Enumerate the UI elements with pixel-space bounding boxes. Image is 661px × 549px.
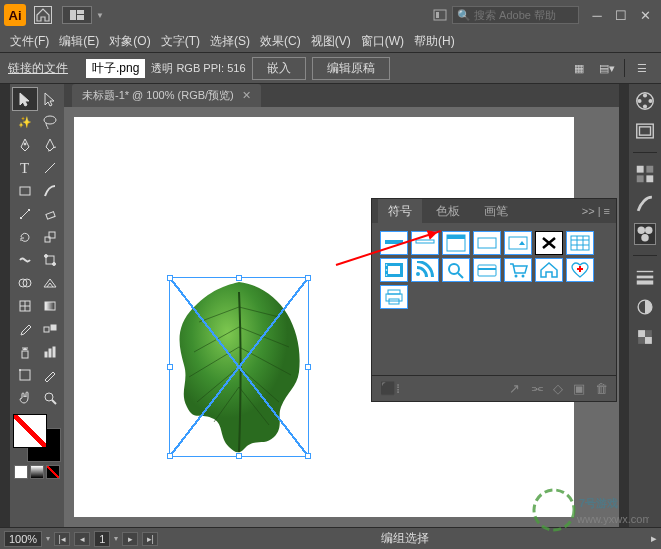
- prev-page-button[interactable]: ◂: [74, 532, 90, 546]
- zoom-tool[interactable]: [38, 387, 62, 409]
- symbol-card[interactable]: [473, 258, 501, 282]
- symbol-heart-plus[interactable]: [566, 258, 594, 282]
- break-link-icon[interactable]: ⫘: [530, 381, 543, 396]
- align-icon[interactable]: ▤▾: [596, 57, 618, 79]
- symbol-bar-4[interactable]: [473, 231, 501, 255]
- lasso-tool[interactable]: [38, 111, 62, 133]
- zoom-level[interactable]: 100%: [4, 531, 42, 547]
- color-guide-icon[interactable]: [634, 120, 656, 142]
- selection-tool[interactable]: [13, 88, 37, 110]
- perspective-tool[interactable]: [38, 272, 62, 294]
- blend-tool[interactable]: [38, 318, 62, 340]
- menu-edit[interactable]: 编辑(E): [59, 33, 99, 50]
- rotate-tool[interactable]: [13, 226, 37, 248]
- symbol-film[interactable]: [380, 258, 408, 282]
- symbol-bar-3[interactable]: [442, 231, 470, 255]
- symbol-options-icon[interactable]: ◇: [553, 381, 563, 396]
- embed-button[interactable]: 嵌入: [252, 57, 306, 80]
- menu-window[interactable]: 窗口(W): [361, 33, 404, 50]
- panel-tab-swatches[interactable]: 色板: [426, 199, 470, 224]
- status-menu-icon[interactable]: ▸: [651, 532, 657, 545]
- new-symbol-icon[interactable]: ▣: [573, 381, 585, 396]
- symbol-dropdown[interactable]: [504, 231, 532, 255]
- symbol-calendar[interactable]: [566, 231, 594, 255]
- page-number[interactable]: 1: [94, 531, 110, 547]
- width-tool[interactable]: [13, 249, 37, 271]
- maximize-button[interactable]: ☐: [609, 3, 633, 27]
- sync-icon[interactable]: [432, 7, 448, 23]
- mesh-tool[interactable]: [13, 295, 37, 317]
- menu-object[interactable]: 对象(O): [109, 33, 150, 50]
- first-page-button[interactable]: |◂: [54, 532, 70, 546]
- scale-tool[interactable]: [38, 226, 62, 248]
- grid-icon[interactable]: ▦: [568, 57, 590, 79]
- close-button[interactable]: ✕: [633, 3, 657, 27]
- search-box[interactable]: 🔍: [452, 6, 579, 24]
- graph-tool[interactable]: [38, 341, 62, 363]
- symbol-search[interactable]: [442, 258, 470, 282]
- rectangle-tool[interactable]: [13, 180, 37, 202]
- free-transform-tool[interactable]: [38, 249, 62, 271]
- shape-builder-tool[interactable]: [13, 272, 37, 294]
- page-chevron-icon[interactable]: ▾: [114, 534, 118, 543]
- symbol-rss[interactable]: [411, 258, 439, 282]
- search-input[interactable]: [474, 9, 574, 21]
- list-icon[interactable]: ☰: [631, 57, 653, 79]
- delete-symbol-icon[interactable]: 🗑: [595, 381, 608, 396]
- stroke-panel-icon[interactable]: [634, 266, 656, 288]
- svg-rect-41: [637, 175, 644, 182]
- artboard-tool[interactable]: [13, 364, 37, 386]
- menu-type[interactable]: 文字(T): [161, 33, 200, 50]
- document-tab[interactable]: 未标题-1* @ 100% (RGB/预览) ✕: [72, 84, 261, 107]
- minimize-button[interactable]: ─: [585, 3, 609, 27]
- swatches-panel-icon[interactable]: [634, 163, 656, 185]
- symbols-panel[interactable]: 符号 色板 画笔 >> | ≡ ⬛⁞ ↗ ⫘ ◇ ▣ 🗑: [371, 198, 617, 402]
- symbols-panel-icon[interactable]: [634, 223, 656, 245]
- eraser-tool[interactable]: [38, 203, 62, 225]
- workspace-switcher[interactable]: [62, 6, 92, 24]
- panel-menu-icon[interactable]: >> | ≡: [582, 205, 610, 217]
- symbol-close[interactable]: [535, 231, 563, 255]
- symbol-cart[interactable]: [504, 258, 532, 282]
- color-mode-switches[interactable]: [14, 465, 60, 479]
- pen-tool[interactable]: [13, 134, 37, 156]
- eyedropper-tool[interactable]: [13, 318, 37, 340]
- menu-view[interactable]: 视图(V): [311, 33, 351, 50]
- color-panel-icon[interactable]: [634, 90, 656, 112]
- libraries-icon[interactable]: ⬛⁞: [380, 381, 400, 396]
- symbol-sprayer-tool[interactable]: [13, 341, 37, 363]
- panel-tab-symbols[interactable]: 符号: [378, 199, 422, 224]
- chevron-down-icon[interactable]: ▼: [96, 11, 104, 20]
- next-page-button[interactable]: ▸: [122, 532, 138, 546]
- slice-tool[interactable]: [38, 364, 62, 386]
- symbol-print[interactable]: [380, 285, 408, 309]
- last-page-button[interactable]: ▸|: [142, 532, 158, 546]
- menu-effect[interactable]: 效果(C): [260, 33, 301, 50]
- menu-select[interactable]: 选择(S): [210, 33, 250, 50]
- magic-wand-tool[interactable]: ✨: [13, 111, 37, 133]
- hand-tool[interactable]: [13, 387, 37, 409]
- edit-original-button[interactable]: 编辑原稿: [312, 57, 390, 80]
- fill-stroke-swatch[interactable]: [13, 414, 61, 462]
- curvature-tool[interactable]: [38, 134, 62, 156]
- gradient-tool[interactable]: [38, 295, 62, 317]
- selection-bbox[interactable]: [169, 277, 309, 457]
- shaper-tool[interactable]: [13, 203, 37, 225]
- brush-tool[interactable]: [38, 180, 62, 202]
- transparency-panel-icon[interactable]: [634, 326, 656, 348]
- gradient-panel-icon[interactable]: [634, 296, 656, 318]
- home-icon[interactable]: [34, 6, 52, 24]
- direct-selection-tool[interactable]: [38, 88, 62, 110]
- zoom-chevron-icon[interactable]: ▾: [46, 534, 50, 543]
- place-symbol-icon[interactable]: ↗: [509, 381, 520, 396]
- type-tool[interactable]: T: [13, 157, 37, 179]
- control-label[interactable]: 链接的文件: [8, 60, 68, 77]
- symbol-home[interactable]: [535, 258, 563, 282]
- menu-file[interactable]: 文件(F): [10, 33, 49, 50]
- line-tool[interactable]: [38, 157, 62, 179]
- panel-tab-brushes[interactable]: 画笔: [474, 199, 518, 224]
- search-icon: 🔍: [457, 9, 471, 22]
- menu-help[interactable]: 帮助(H): [414, 33, 455, 50]
- brushes-panel-icon[interactable]: [634, 193, 656, 215]
- close-tab-icon[interactable]: ✕: [242, 89, 251, 102]
